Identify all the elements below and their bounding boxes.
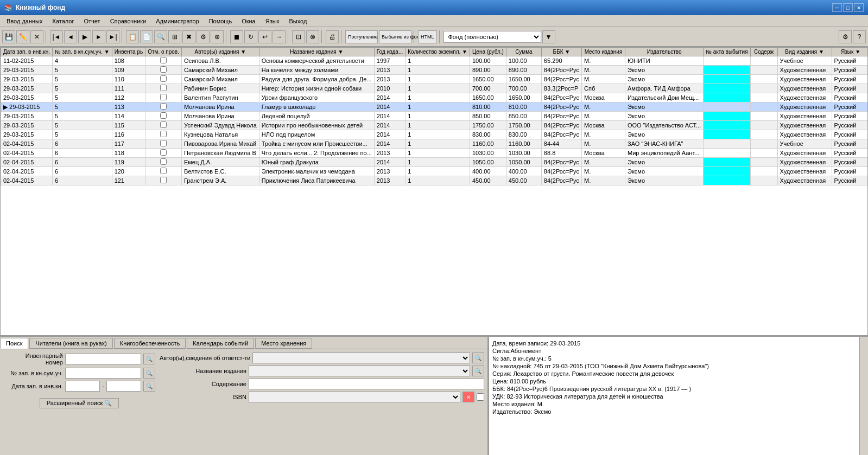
toolbar-btn-paste[interactable]: 📄: [140, 30, 153, 43]
toolbar-btn-next[interactable]: ►: [92, 30, 105, 43]
table-row[interactable]: 29-03-20155111Рабинин БорисНигер: Истори…: [1, 84, 868, 93]
toolbar-print[interactable]: 🖨: [326, 30, 339, 43]
table-row[interactable]: 02-04-20156120Велтистов Е.С.Электроник-м…: [1, 167, 868, 176]
col-author[interactable]: Автор(ы) издания ▼: [181, 48, 259, 56]
menu-item-окна[interactable]: Окна: [237, 17, 260, 25]
table-row[interactable]: 29-03-20155109Самарский МихаилНа качелях…: [1, 66, 868, 75]
menu-item-ввод-данных[interactable]: Ввод данных: [2, 17, 47, 25]
date-search-btn[interactable]: 🔍: [143, 381, 155, 392]
isbn-cancel-btn[interactable]: ✕: [462, 392, 474, 402]
otm-checkbox[interactable]: [160, 112, 167, 119]
author-search-btn[interactable]: 🔍: [472, 353, 484, 363]
isbn-checkbox[interactable]: [477, 393, 484, 401]
fund-in-label[interactable]: Поступление в фонд: [345, 30, 378, 43]
search-tab-книгообеспеченность[interactable]: Книгообеспеченность: [114, 338, 186, 349]
toolbar-btn-7[interactable]: ✖: [182, 30, 195, 43]
toolbar-btn-6[interactable]: ⊞: [168, 30, 181, 43]
otm-checkbox[interactable]: [160, 75, 167, 82]
otm-checkbox[interactable]: [160, 66, 167, 73]
toolbar-btn-delete[interactable]: ✕: [30, 30, 43, 43]
otm-checkbox[interactable]: [160, 140, 167, 146]
menu-item-отчет[interactable]: Отчет: [80, 17, 105, 25]
content-input[interactable]: [249, 379, 484, 389]
fund-combo-btn[interactable]: ▼: [542, 30, 555, 43]
toolbar-btn-play[interactable]: ▶: [78, 30, 91, 43]
toolbar-settings[interactable]: ⚙: [839, 30, 852, 43]
table-row[interactable]: 29-03-20155116Кузнецова НатальяНЛО под п…: [1, 130, 868, 139]
toolbar-help[interactable]: ?: [853, 30, 866, 43]
col-date[interactable]: Дата зап. в инв.кн.: [1, 48, 53, 56]
search-tab-поиск[interactable]: Поиск: [0, 338, 28, 349]
toolbar-btn-1[interactable]: 💾: [2, 30, 15, 43]
advanced-search-btn[interactable]: Расширенный поиск 🔍: [40, 398, 119, 408]
search-tab-календарь-событий[interactable]: Календарь событий: [187, 338, 254, 349]
otm-checkbox[interactable]: [160, 131, 167, 137]
toolbar-btn-12[interactable]: ↩: [258, 30, 271, 43]
toolbar-btn-copy[interactable]: 📋: [126, 30, 139, 43]
toolbar-btn-prev[interactable]: ◄: [64, 30, 77, 43]
isbn-combo[interactable]: [249, 392, 460, 402]
col-vid[interactable]: Вид издания ▼: [777, 48, 832, 56]
otm-checkbox[interactable]: [160, 177, 167, 183]
menu-item-каталог[interactable]: Каталог: [48, 17, 79, 25]
table-row[interactable]: 29-03-20155114Молчанова ИринаЛедяной поц…: [1, 112, 868, 121]
date-from-input[interactable]: [65, 381, 100, 392]
toolbar-btn-9[interactable]: ⊕: [211, 30, 224, 43]
col-bbk[interactable]: ББК ▼: [541, 48, 581, 56]
fund-combo[interactable]: Фонд (полностью): [443, 31, 541, 43]
close-button[interactable]: ✕: [854, 3, 864, 12]
zap-input[interactable]: [65, 368, 141, 379]
table-row[interactable]: 29-03-20155112Валентин РаспутинУроки фра…: [1, 93, 868, 102]
title-search-btn[interactable]: 🔍: [472, 366, 484, 376]
toolbar-btn-11[interactable]: ↻: [244, 30, 257, 43]
col-lang[interactable]: Язык ▼: [832, 48, 867, 56]
otm-checkbox[interactable]: [160, 85, 167, 91]
menu-item-выход[interactable]: Выход: [284, 17, 311, 25]
otm-checkbox[interactable]: [160, 149, 167, 156]
author-combo[interactable]: [252, 353, 470, 363]
table-row[interactable]: 02-04-20156121Гранстрем Э.А.Приключения …: [1, 176, 868, 185]
otm-checkbox[interactable]: [160, 121, 167, 128]
table-row[interactable]: 02-04-20156117Пивоварова Ирина МихайТрой…: [1, 139, 868, 149]
menu-item-язык[interactable]: Язык: [261, 17, 284, 25]
menu-item-помощь[interactable]: Помощь: [205, 17, 237, 25]
col-title[interactable]: Название издания ▼: [259, 48, 374, 56]
toolbar-btn-last[interactable]: ►|: [106, 30, 119, 43]
toolbar-btn-2[interactable]: ✏️: [16, 30, 29, 43]
toolbar-btn-8[interactable]: ⚙: [197, 30, 210, 43]
otm-checkbox[interactable]: [160, 94, 167, 100]
search-tab-место-хранения[interactable]: Место хранения: [255, 338, 312, 349]
date-to-input[interactable]: [106, 381, 141, 392]
toolbar-btn-5[interactable]: 🔍: [154, 30, 167, 43]
toolbar-btn-15[interactable]: ⊗: [306, 30, 319, 43]
toolbar-btn-first[interactable]: |◄: [50, 30, 63, 43]
inv-num-search-btn[interactable]: 🔍: [143, 354, 155, 364]
col-zap[interactable]: № зап. в кн.сум.уч. ▼: [53, 48, 112, 56]
toolbar-btn-14[interactable]: ⊡: [292, 30, 305, 43]
search-tab-читатели-(книга-на-руках)[interactable]: Читатели (книга на руках): [29, 338, 112, 349]
zap-search-btn[interactable]: 🔍: [143, 368, 155, 379]
otm-checkbox[interactable]: [160, 158, 167, 165]
menu-item-администратор[interactable]: Администратор: [151, 17, 203, 25]
table-row[interactable]: ▶ 29-03-20155113Молчанова ИринаГламур в …: [1, 102, 868, 112]
col-qty[interactable]: Количество экземпл. ▼: [406, 48, 470, 56]
table-row[interactable]: 11-02-20154108Осипова Л.В.Основы коммерч…: [1, 56, 868, 66]
table-row[interactable]: 02-04-20156119Емец Д.А.Юный граф Дракула…: [1, 158, 868, 167]
otm-checkbox[interactable]: [160, 57, 167, 63]
maximize-button[interactable]: □: [843, 3, 853, 12]
table-row[interactable]: 29-03-20155110Самарский МихаилРадуга для…: [1, 75, 868, 84]
inv-num-input[interactable]: [65, 354, 141, 364]
toolbar-btn-13[interactable]: →: [273, 30, 286, 43]
scrollbar-right[interactable]: [859, 337, 868, 455]
fund-out-label[interactable]: Выбытие из фонда: [379, 30, 411, 43]
table-row[interactable]: 02-04-20156118Петрановская Людмила ВЧто …: [1, 149, 868, 158]
otm-checkbox[interactable]: [160, 103, 167, 110]
html-btn[interactable]: HTML: [418, 30, 437, 43]
table-row[interactable]: 29-03-20155115Успенский Эдуард НиколаИст…: [1, 121, 868, 130]
minimize-button[interactable]: ─: [832, 3, 842, 12]
otm-checkbox[interactable]: [160, 168, 167, 174]
table-scroll[interactable]: Дата зап. в инв.кн. № зап. в кн.сум.уч. …: [1, 47, 867, 335]
toolbar-btn-10[interactable]: ◼: [230, 30, 243, 43]
title-combo[interactable]: [249, 366, 470, 376]
menu-item-справочники[interactable]: Справочники: [106, 17, 151, 25]
